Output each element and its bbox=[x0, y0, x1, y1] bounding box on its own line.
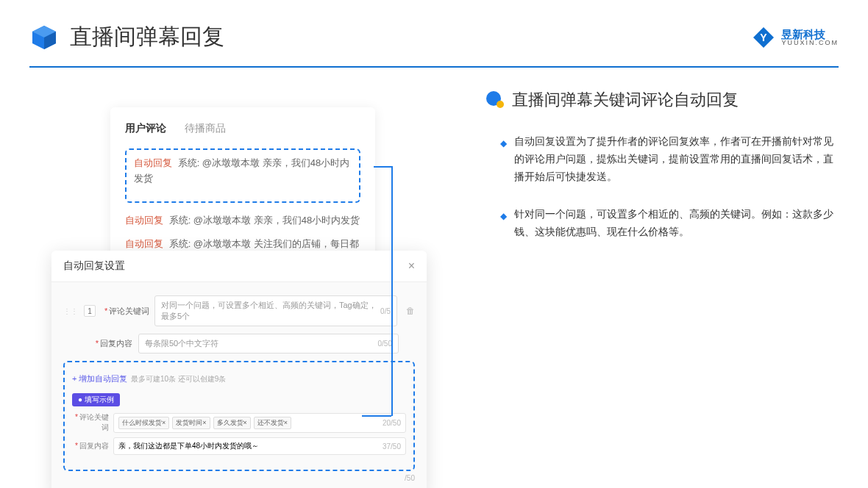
comment-row: 自动回复 系统: @冰墩墩本墩 亲亲，我们48小时内发货 bbox=[134, 156, 352, 187]
content-label: *回复内容 bbox=[88, 338, 132, 349]
brand-logo: Y 昱新科技 YUUXIN.COM bbox=[752, 26, 839, 49]
example-content-input[interactable]: 亲，我们这边都是下单48小时内发货的哦～ 37/50 bbox=[113, 437, 406, 455]
logo-icon: Y bbox=[752, 26, 775, 49]
section-title: 直播间弹幕关键词评论自动回复 bbox=[512, 89, 739, 111]
screenshot-column: 用户评论 待播商品 自动回复 系统: @冰墩墩本墩 亲亲，我们48小时内发货 自… bbox=[88, 89, 441, 262]
bullet-item: ◆ 针对同一个问题，可设置多个相近的、高频的关键词。例如：这款多少钱、这块能优惠… bbox=[485, 206, 839, 241]
header-divider bbox=[29, 66, 839, 68]
modal-header: 自动回复设置 × bbox=[51, 251, 427, 282]
content-input[interactable]: 每条限50个中文字符 0/50 bbox=[138, 334, 399, 354]
comment-text: 系统: @冰墩墩本墩 亲亲，我们48小时内发货 bbox=[169, 215, 360, 226]
diamond-icon: ◆ bbox=[500, 136, 507, 185]
auto-reply-settings-modal: 自动回复设置 × ⋮⋮ 1 *评论关键词 对同一个问题，可设置多个相近、高频的关… bbox=[51, 251, 427, 488]
svg-text:Y: Y bbox=[761, 32, 768, 43]
keyword-label: *评论关键词 bbox=[104, 306, 149, 317]
trash-icon[interactable]: 🗑 bbox=[406, 306, 415, 316]
diamond-icon: ◆ bbox=[500, 209, 507, 241]
modal-title: 自动回复设置 bbox=[63, 259, 125, 273]
bullet-item: ◆ 自动回复设置为了提升作者的评论回复效率，作者可在开播前针对常见的评论用户问题… bbox=[485, 133, 839, 185]
example-tag[interactable]: 还不发货× bbox=[254, 417, 291, 429]
example-tag[interactable]: 什么时候发货× bbox=[118, 417, 169, 429]
auto-reply-label: 自动回复 bbox=[125, 215, 163, 226]
drag-icon[interactable]: ⋮⋮ bbox=[63, 307, 78, 315]
logo-text: 昱新科技 bbox=[781, 29, 839, 40]
auto-reply-label: 自动回复 bbox=[125, 238, 163, 249]
rule-index: 1 bbox=[84, 305, 96, 317]
tab-user-comments[interactable]: 用户评论 bbox=[125, 122, 166, 135]
connector-line bbox=[391, 166, 393, 416]
highlighted-comment: 自动回复 系统: @冰墩墩本墩 亲亲，我们48小时内发货 bbox=[125, 148, 360, 203]
add-auto-reply-link[interactable]: + 增加自动回复 bbox=[72, 373, 127, 384]
comments-tabs: 用户评论 待播商品 bbox=[125, 122, 360, 135]
page-header: 直播间弹幕回复 Y 昱新科技 YUUXIN.COM bbox=[0, 0, 868, 60]
page-title: 直播间弹幕回复 bbox=[70, 22, 224, 52]
connector-line bbox=[374, 166, 393, 168]
logo-subtext: YUUXIN.COM bbox=[781, 40, 839, 46]
example-tag[interactable]: 多久发货× bbox=[213, 417, 251, 429]
description-column: 直播间弹幕关键词评论自动回复 ◆ 自动回复设置为了提升作者的评论回复效率，作者可… bbox=[463, 89, 839, 262]
keyword-form-row: ⋮⋮ 1 *评论关键词 对同一个问题，可设置多个相近、高频的关键词，Tag确定，… bbox=[63, 295, 415, 326]
auto-reply-label: 自动回复 bbox=[134, 157, 172, 168]
comment-row: 自动回复 系统: @冰墩墩本墩 亲亲，我们48小时内发货 bbox=[125, 213, 360, 229]
example-content-row: *回复内容 亲，我们这边都是下单48小时内发货的哦～ 37/50 bbox=[72, 437, 406, 455]
keyword-input[interactable]: 对同一个问题，可设置多个相近、高频的关键词，Tag确定，最多5个 0/5 bbox=[154, 295, 397, 326]
example-tag[interactable]: 发货时间× bbox=[172, 417, 210, 429]
chat-bubble-icon bbox=[485, 90, 505, 110]
add-hint: 最多可建10条 还可以创建9条 bbox=[131, 375, 226, 383]
connector-line bbox=[362, 415, 391, 417]
svg-point-6 bbox=[497, 101, 504, 108]
content-form-row: *回复内容 每条限50个中文字符 0/50 bbox=[63, 334, 415, 354]
tab-pending-goods[interactable]: 待播商品 bbox=[185, 122, 226, 135]
example-badge: ● 填写示例 bbox=[72, 393, 120, 406]
trailing-counter: /50 bbox=[63, 474, 415, 482]
close-icon[interactable]: × bbox=[408, 259, 415, 273]
cube-icon bbox=[29, 23, 59, 52]
example-keyword-row: *评论关键词 什么时候发货× 发货时间× 多久发货× 还不发货× 20/50 bbox=[72, 412, 406, 433]
